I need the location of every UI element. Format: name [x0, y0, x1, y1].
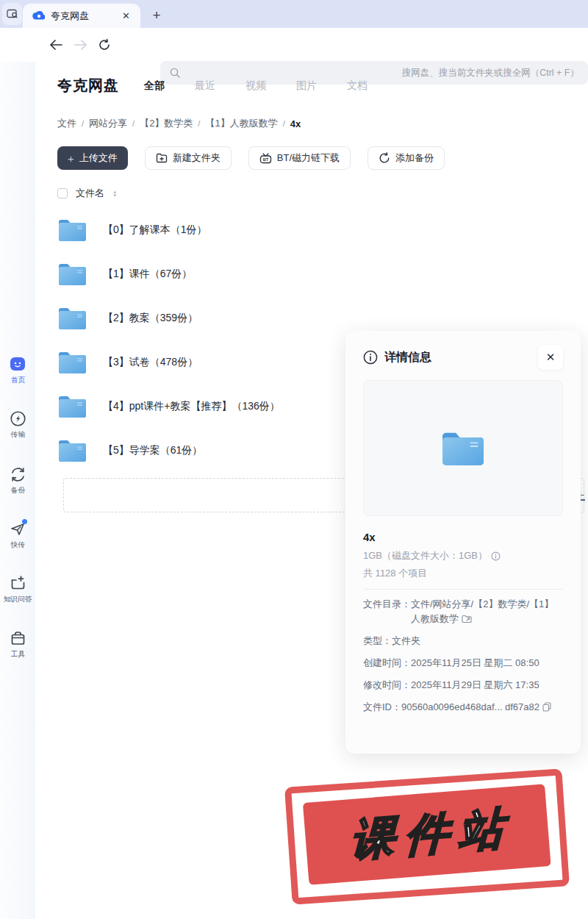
folder-name: 【5】导学案（61份）: [103, 444, 202, 457]
quark-drive-window: 夸克网盘 ✕ + 搜网盘、搜当前文件夹或搜全网（Ctrl + F） 首页: [0, 0, 588, 919]
new-tab-button[interactable]: +: [147, 6, 166, 25]
back-button[interactable]: [46, 35, 66, 55]
add-backup-button[interactable]: 添加备份: [368, 146, 445, 170]
details-field-modified: 修改时间： 2025年11月29日 星期六 17:35: [363, 678, 563, 693]
folder-name: 【4】ppt课件+教案【推荐】（136份）: [103, 400, 280, 413]
breadcrumb: 文件 / 网站分享 / 【2】数学类 / 【1】人教版数学 / 4x: [57, 117, 301, 130]
breadcrumb-item[interactable]: 【2】数学类: [140, 117, 193, 130]
column-header-name[interactable]: 文件名: [76, 187, 104, 200]
stamp-text: 课件站: [340, 798, 514, 871]
breadcrumb-item[interactable]: 文件: [57, 117, 76, 130]
sidebar-item-home[interactable]: 首页: [0, 355, 35, 385]
close-icon[interactable]: ✕: [538, 345, 563, 370]
open-folder-icon[interactable]: [462, 615, 472, 623]
forward-button[interactable]: [71, 35, 91, 55]
field-value: 2025年11月29日 星期六 17:35: [411, 678, 539, 693]
details-field-directory: 文件目录： 文件/网站分享/【2】数学类/【1】人教版数学: [363, 597, 563, 626]
refresh-button[interactable]: [94, 35, 115, 55]
folder-name: 【1】课件（67份）: [103, 268, 192, 281]
page-header: 夸克网盘 全部 最近 视频 图片 文档: [57, 76, 368, 96]
browser-tab-bar: 夸克网盘 ✕ +: [0, 0, 588, 28]
folder-icon-large: [440, 429, 486, 468]
left-sidebar: 首页 传输 备份 快传 知识问答: [0, 62, 35, 919]
upload-file-button[interactable]: + 上传文件: [57, 146, 128, 170]
tab-close-icon[interactable]: ✕: [119, 10, 133, 22]
folder-row[interactable]: 【2】教案（359份）: [57, 296, 351, 340]
window-search-icon: [7, 9, 18, 19]
quick-send-icon: [9, 520, 26, 537]
sidebar-item-knowledge-qa[interactable]: 知识问答: [0, 574, 35, 604]
size-info-icon[interactable]: [491, 551, 501, 561]
sidebar-item-label: 知识问答: [4, 595, 32, 604]
field-value: 文件/网站分享/【2】数学类/【1】人教版数学: [411, 597, 563, 626]
page-title: 夸克网盘: [57, 76, 119, 96]
breadcrumb-separator: /: [132, 119, 135, 128]
notification-dot: [22, 519, 27, 524]
add-backup-icon: [379, 152, 390, 164]
field-label: 文件ID：: [363, 700, 401, 715]
browser-tab-quark[interactable]: 夸克网盘 ✕: [23, 4, 140, 28]
view-tabs: 全部 最近 视频 图片 文档: [144, 79, 368, 93]
divider: [363, 589, 563, 590]
details-field-file-id: 文件ID： 90560a0096ed468daf... df67a82: [363, 700, 563, 715]
plus-icon: +: [68, 152, 74, 165]
breadcrumb-separator: /: [198, 119, 200, 128]
info-icon: [363, 350, 378, 365]
folder-icon: [57, 394, 87, 419]
tab-videos[interactable]: 视频: [245, 79, 266, 93]
breadcrumb-current: 4x: [290, 118, 301, 129]
breadcrumb-item[interactable]: 【1】人教版数学: [205, 117, 277, 130]
backup-icon: [9, 465, 26, 483]
field-value: 2025年11月25日 星期二 08:50: [411, 656, 539, 671]
folder-row[interactable]: 【4】ppt课件+教案【推荐】（136份）: [57, 385, 351, 429]
folder-preview: [363, 380, 563, 516]
sidebar-item-label: 快传: [10, 540, 24, 550]
field-value: 90560a0096ed468daf... df67a82: [401, 700, 551, 715]
tab-recent[interactable]: 最近: [195, 79, 215, 93]
details-size-row: 1GB（磁盘文件大小：1GB）: [363, 549, 563, 562]
action-toolbar: + 上传文件 新建文件夹 BT BT/磁力链下载 添加备份: [57, 146, 445, 170]
new-folder-label: 新建文件夹: [173, 151, 220, 165]
sidebar-item-backup[interactable]: 备份: [0, 465, 35, 496]
new-folder-button[interactable]: 新建文件夹: [145, 146, 232, 170]
workspace-search-button[interactable]: [2, 3, 22, 25]
folder-icon: [57, 438, 87, 463]
file-list-header: 文件名 ▲▼: [57, 187, 117, 200]
details-items-count: 共 1128 个项目: [363, 567, 563, 580]
tab-all[interactable]: 全部: [144, 79, 165, 93]
folder-icon: [57, 350, 87, 375]
home-icon: [9, 355, 26, 373]
tab-docs[interactable]: 文档: [347, 79, 368, 93]
breadcrumb-item[interactable]: 网站分享: [89, 117, 127, 130]
folder-name: 【3】试卷（478份）: [103, 356, 198, 369]
breadcrumb-separator: /: [283, 119, 285, 128]
add-backup-label: 添加备份: [395, 151, 434, 165]
folder-row[interactable]: 【3】试卷（478份）: [57, 340, 351, 385]
sidebar-item-quick-send[interactable]: 快传: [0, 520, 35, 550]
transfer-icon: [9, 410, 26, 427]
select-all-checkbox[interactable]: [57, 188, 68, 199]
sort-icon[interactable]: ▲▼: [112, 190, 117, 197]
folder-row[interactable]: 【5】导学案（61份）: [57, 429, 351, 473]
quark-cloud-logo-icon: [32, 10, 45, 21]
tools-icon: [9, 629, 26, 647]
details-size: 1GB（磁盘文件大小：1GB）: [363, 549, 487, 562]
bt-magnet-download-button[interactable]: BT BT/磁力链下载: [248, 146, 351, 170]
sidebar-item-label: 备份: [10, 486, 24, 496]
bt-download-icon: BT: [259, 153, 272, 164]
field-label: 类型：: [363, 634, 392, 648]
tab-images[interactable]: 图片: [296, 79, 317, 93]
sidebar-item-label: 传输: [10, 430, 24, 440]
new-folder-icon: [156, 153, 168, 163]
upload-file-label: 上传文件: [79, 151, 118, 165]
sidebar-item-tools[interactable]: 工具: [0, 629, 35, 659]
field-value: 文件夹: [392, 634, 420, 648]
sidebar-item-transfer[interactable]: 传输: [0, 410, 35, 440]
copy-icon[interactable]: [542, 702, 551, 712]
folder-icon: [57, 218, 87, 243]
folder-row[interactable]: 【1】课件（67份）: [57, 252, 351, 296]
folder-row[interactable]: 【0】了解课本（1份）: [57, 208, 351, 252]
breadcrumb-separator: /: [82, 119, 84, 128]
field-label: 创建时间：: [363, 656, 411, 671]
details-file-name: 4x: [363, 531, 563, 543]
